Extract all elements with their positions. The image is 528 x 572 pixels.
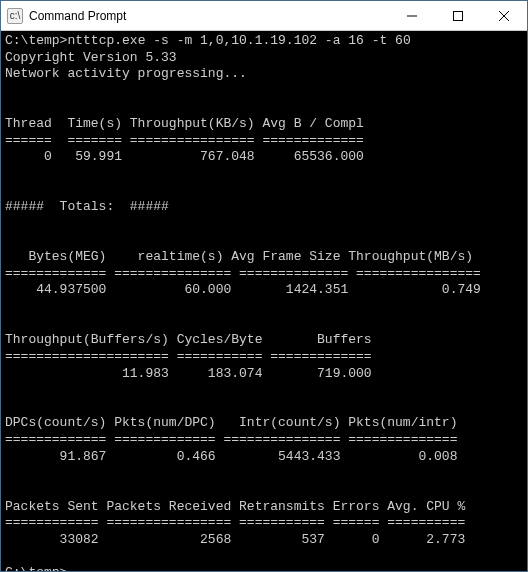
window-title: Command Prompt <box>29 9 389 23</box>
close-button[interactable] <box>481 1 527 30</box>
thread-divider: ====== ======= ================ ========… <box>5 133 364 148</box>
dpcs-divider: ============= ============= ============… <box>5 432 457 447</box>
bytes-header: Bytes(MEG) realtime(s) Avg Frame Size Th… <box>5 249 473 264</box>
maximize-button[interactable] <box>435 1 481 30</box>
prompt: C:\temp> <box>5 565 67 571</box>
minimize-button[interactable] <box>389 1 435 30</box>
totals-label: ##### Totals: ##### <box>5 199 169 214</box>
packets-row: 33082 2568 537 0 2.773 <box>5 532 465 547</box>
command-text: ntttcp.exe -s -m 1,0,10.1.19.102 -a 16 -… <box>67 33 410 48</box>
prompt: C:\temp> <box>5 33 67 48</box>
thread-header: Thread Time(s) Throughput(KB/s) Avg B / … <box>5 116 364 131</box>
buffers-header: Throughput(Buffers/s) Cycles/Byte Buffer… <box>5 332 372 347</box>
dpcs-header: DPCs(count/s) Pkts(num/DPC) Intr(count/s… <box>5 415 457 430</box>
buffers-divider: ===================== =========== ======… <box>5 349 372 364</box>
window-controls <box>389 1 527 30</box>
buffers-row: 11.983 183.074 719.000 <box>5 366 372 381</box>
copyright-line: Copyright Version 5.33 <box>5 50 177 65</box>
bytes-divider: ============= =============== ==========… <box>5 266 481 281</box>
bytes-row: 44.937500 60.000 1424.351 0.749 <box>5 282 481 297</box>
svg-rect-1 <box>454 11 463 20</box>
command-prompt-window: c:\ Command Prompt C:\temp>ntttcp.exe -s… <box>0 0 528 572</box>
dpcs-row: 91.867 0.466 5443.433 0.008 <box>5 449 457 464</box>
maximize-icon <box>453 11 463 21</box>
terminal-output[interactable]: C:\temp>ntttcp.exe -s -m 1,0,10.1.19.102… <box>1 31 527 571</box>
cmd-icon: c:\ <box>7 8 23 24</box>
minimize-icon <box>407 11 417 21</box>
packets-divider: ============ ================ ==========… <box>5 515 465 530</box>
thread-row: 0 59.991 767.048 65536.000 <box>5 149 364 164</box>
progress-line: Network activity progressing... <box>5 66 247 81</box>
packets-header: Packets Sent Packets Received Retransmit… <box>5 499 465 514</box>
close-icon <box>499 11 509 21</box>
titlebar[interactable]: c:\ Command Prompt <box>1 1 527 31</box>
